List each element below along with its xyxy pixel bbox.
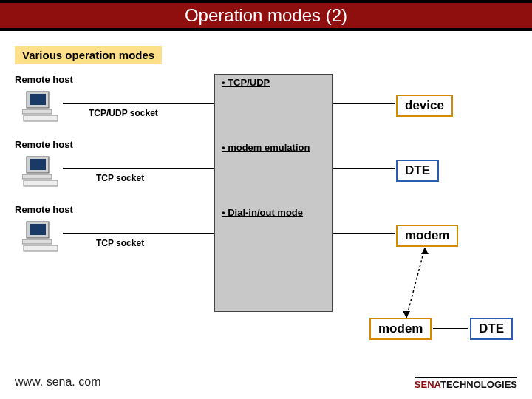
footer-url: www. sena. com — [15, 375, 100, 389]
computer-icon-1 — [22, 90, 59, 123]
diagram-stage: Remote host • TCP/UDP TCP/UDP socket dev… — [0, 74, 532, 369]
connector-left-1 — [63, 103, 214, 104]
bottom-box-dte: DTE — [470, 318, 513, 340]
right-box-modem: modem — [396, 225, 458, 247]
title-bar: Operation modes (2) — [0, 0, 532, 31]
subtitle: Various operation modes — [15, 46, 162, 64]
svg-marker-13 — [421, 248, 429, 254]
connector-right-3 — [332, 233, 395, 234]
dotted-connector — [403, 248, 447, 321]
svg-rect-6 — [22, 174, 52, 179]
connector-left-3 — [63, 233, 214, 234]
remote-host-label-3: Remote host — [15, 204, 73, 215]
svg-rect-2 — [22, 109, 52, 114]
mode-header-dial: • Dial-in/out mode — [222, 207, 303, 218]
center-device-box — [214, 74, 332, 312]
svg-rect-3 — [24, 115, 58, 121]
mode-header-modem-emu: • modem emulation — [222, 142, 310, 153]
mode-header-tcpudp: • TCP/UDP — [222, 77, 270, 88]
connector-right-2 — [332, 168, 395, 169]
svg-rect-5 — [30, 159, 46, 170]
bottom-box-modem: modem — [369, 318, 432, 340]
footer-logo-sena: SENA — [415, 379, 440, 390]
computer-icon-2 — [22, 155, 59, 188]
connector-left-2 — [63, 168, 214, 169]
socket-label-1: TCP/UDP socket — [89, 108, 158, 118]
connector-right-1 — [332, 103, 395, 104]
computer-icon-3 — [22, 220, 59, 253]
svg-rect-7 — [24, 180, 58, 186]
svg-rect-10 — [22, 239, 52, 244]
svg-rect-11 — [24, 245, 58, 251]
svg-rect-1 — [30, 94, 46, 105]
right-box-device: device — [396, 95, 453, 117]
footer-logo-tech: TECHNOLOGIES — [440, 379, 517, 390]
right-box-dte: DTE — [396, 160, 439, 182]
svg-line-12 — [406, 248, 425, 318]
connector-bottom — [433, 328, 468, 329]
page-title: Operation modes (2) — [185, 5, 347, 26]
socket-label-2: TCP socket — [96, 173, 144, 183]
remote-host-label-1: Remote host — [15, 74, 73, 85]
footer-logo: SENATECHNOLOGIES — [415, 377, 517, 390]
remote-host-label-2: Remote host — [15, 139, 73, 150]
svg-rect-9 — [30, 224, 46, 235]
svg-marker-14 — [403, 311, 410, 318]
socket-label-3: TCP socket — [96, 238, 144, 248]
